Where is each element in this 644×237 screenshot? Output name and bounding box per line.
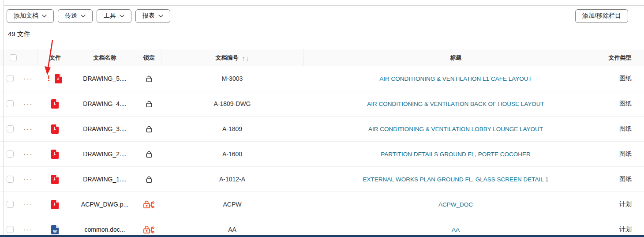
pdf-file-icon[interactable] xyxy=(51,200,59,209)
header-file[interactable]: 文件 xyxy=(37,49,73,66)
document-number[interactable]: A-1809 xyxy=(161,125,303,132)
document-name[interactable]: DRAWING_1.... xyxy=(73,176,137,183)
row-more-cell: ··· xyxy=(19,178,37,181)
row-checkbox-cell xyxy=(0,125,19,132)
row-checkbox-cell xyxy=(0,176,19,183)
svg-text:W: W xyxy=(53,229,57,233)
table-header: 文件 文档名称 锁定 文档编号 ↑↓ 标题 文件类型 xyxy=(0,49,644,66)
document-number[interactable]: A-1600 xyxy=(161,150,303,158)
more-actions-button[interactable]: ··· xyxy=(24,128,33,130)
add-document-button[interactable]: 添加文档 xyxy=(7,9,54,23)
document-title-link[interactable]: EXTERNAL WORKS PLAN GROUND FL, GLASS SCR… xyxy=(303,176,608,183)
lock-cell xyxy=(137,124,161,133)
unlock-icon xyxy=(145,99,154,108)
row-checkbox-cell xyxy=(0,75,19,82)
document-number[interactable]: A-1012-A xyxy=(161,176,303,183)
row-more-cell: ··· xyxy=(19,102,37,105)
row-more-cell: ··· xyxy=(19,228,37,231)
file-cell: ! W xyxy=(37,124,73,134)
pdf-file-icon[interactable] xyxy=(51,99,59,109)
add-document-label: 添加文档 xyxy=(14,12,38,20)
pdf-file-icon[interactable] xyxy=(51,124,59,134)
row-checkbox[interactable] xyxy=(7,176,14,183)
file-cell: ! W xyxy=(37,200,73,209)
row-checkbox[interactable] xyxy=(7,226,14,233)
document-name[interactable]: common.doc... xyxy=(73,226,137,233)
header-lock[interactable]: 锁定 xyxy=(137,49,161,66)
document-number[interactable]: ACPW xyxy=(161,201,303,208)
header-document-name[interactable]: 文档名称 xyxy=(73,49,137,66)
chevron-down-icon xyxy=(120,15,124,18)
row-more-cell: ··· xyxy=(19,77,37,80)
table-body: ··· ! W DRAWING_5.... xyxy=(0,66,644,237)
file-type: 图纸 xyxy=(608,175,644,183)
document-number-label: 文档编号 xyxy=(216,54,239,62)
add-remove-columns-button[interactable]: 添加/移除栏目 xyxy=(575,9,628,23)
file-cell: ! W xyxy=(37,225,73,234)
tools-button[interactable]: 工具 xyxy=(97,9,131,23)
file-type: 计划 xyxy=(608,200,644,208)
more-actions-button[interactable]: ··· xyxy=(24,228,33,231)
row-checkbox-cell xyxy=(0,226,19,233)
header-document-number[interactable]: 文档编号 ↑↓ xyxy=(161,49,303,66)
pdf-file-icon[interactable] xyxy=(51,150,59,159)
more-actions-button[interactable]: ··· xyxy=(24,203,33,206)
more-actions-button[interactable]: ··· xyxy=(24,102,33,105)
header-checkbox-cell xyxy=(0,49,19,66)
row-checkbox[interactable] xyxy=(7,100,14,107)
document-title-link[interactable]: AIR CONDITIONING & VENTILATION LOBBY LOU… xyxy=(303,126,608,132)
lock-cell xyxy=(137,199,161,209)
file-type: 计划 xyxy=(608,226,644,233)
chevron-down-icon xyxy=(42,15,47,18)
row-checkbox[interactable] xyxy=(7,75,14,82)
document-number[interactable]: A-1809-DWG xyxy=(161,100,303,107)
transmit-button[interactable]: 传送 xyxy=(58,9,93,23)
more-actions-button[interactable]: ··· xyxy=(24,153,33,155)
alert-icon: ! xyxy=(48,74,50,83)
lock-cell xyxy=(137,175,161,184)
window-bottom-edge xyxy=(0,235,644,237)
document-name[interactable]: DRAWING_2.... xyxy=(73,150,137,158)
file-type: 图纸 xyxy=(608,150,644,158)
sort-arrows-icon[interactable]: ↑↓ xyxy=(242,54,250,62)
more-actions-button[interactable]: ··· xyxy=(24,77,33,80)
header-file-type[interactable]: 文件类型 xyxy=(608,49,644,66)
file-count-label: 49 文件 xyxy=(8,30,30,38)
word-file-icon[interactable]: W xyxy=(51,225,59,234)
document-name[interactable]: ACPW_DWG.p... xyxy=(73,201,137,208)
lock-cell xyxy=(137,99,161,108)
file-type: 图纸 xyxy=(608,100,644,108)
document-title-link[interactable]: AIR CONDITIONING & VENTILATION L1 CAFE L… xyxy=(303,75,608,82)
pdf-file-icon[interactable] xyxy=(55,74,62,83)
pdf-file-icon[interactable] xyxy=(51,175,59,184)
select-all-checkbox[interactable] xyxy=(10,54,17,61)
row-checkbox[interactable] xyxy=(7,150,14,158)
document-name[interactable]: DRAWING_5.... xyxy=(73,75,137,82)
document-number[interactable]: AA xyxy=(161,226,303,233)
tools-label: 工具 xyxy=(104,12,116,20)
lock-cell xyxy=(137,225,161,234)
row-checkbox[interactable] xyxy=(7,125,14,132)
document-title-link[interactable]: ACPW_DOC xyxy=(303,201,608,208)
more-actions-button[interactable]: ··· xyxy=(24,178,33,181)
document-name[interactable]: DRAWING_4.... xyxy=(73,100,137,107)
workflow-lock-icon xyxy=(143,225,155,234)
file-cell: ! W xyxy=(37,150,73,159)
document-title-link[interactable]: PARTITION DETAILS GROUND FL, PORTE COCOH… xyxy=(303,151,608,158)
table-row: ··· ! W DRAWING_2.... xyxy=(0,142,644,167)
header-title[interactable]: 标题 xyxy=(303,49,608,66)
header-more-cell xyxy=(19,49,37,66)
table-row: ··· ! W DRAWING_5.... xyxy=(0,66,644,91)
document-title-link[interactable]: AIR CONDITIONING & VENTILATION BACK OF H… xyxy=(303,101,608,107)
file-type: 图纸 xyxy=(608,75,644,83)
unlock-icon xyxy=(145,175,154,184)
table-row: ··· ! W common.doc... xyxy=(0,217,644,237)
reports-label: 报表 xyxy=(142,12,155,20)
reports-button[interactable]: 报表 xyxy=(135,9,170,23)
row-more-cell: ··· xyxy=(19,153,37,155)
row-checkbox[interactable] xyxy=(7,201,14,208)
document-number[interactable]: M-3003 xyxy=(161,75,303,82)
file-cell: ! W xyxy=(37,175,73,184)
document-name[interactable]: DRAWING_3.... xyxy=(73,125,137,132)
document-title-link[interactable]: AA xyxy=(303,226,608,233)
